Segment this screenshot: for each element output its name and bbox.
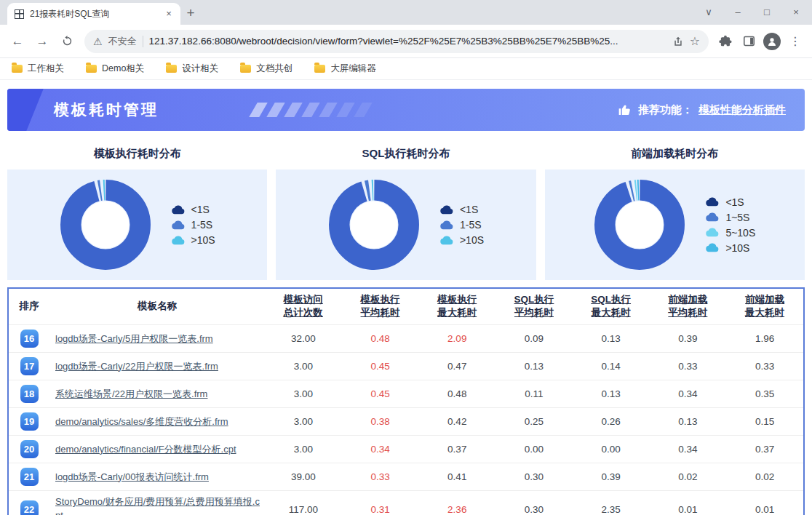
share-icon[interactable] <box>672 36 684 47</box>
new-tab-button[interactable]: + <box>180 4 201 24</box>
metric-cell: 0.39 <box>650 325 727 353</box>
table-row: 16logdb场景-Carly/5用户权限一览表.frm32.000.482.0… <box>9 325 803 353</box>
metric-cell: 0.01 <box>650 491 727 515</box>
cloud-icon <box>439 236 454 245</box>
metric-cell: 0.13 <box>495 353 573 380</box>
template-name-link[interactable]: 系统运维场景/22用户权限一览表.frm <box>55 388 207 399</box>
bookmark-label: 大屏编辑器 <box>330 63 376 75</box>
metric-cell: 0.02 <box>650 463 727 491</box>
metric-cell: 0.33 <box>650 353 727 380</box>
metric-cell: 0.02 <box>726 463 803 491</box>
column-header[interactable]: 模板执行 最大耗时 <box>418 289 495 325</box>
tab-search-chevron-icon[interactable]: ∨ <box>694 0 723 25</box>
template-name-link[interactable]: demo/analytics/financial/F分数模型分析.cpt <box>55 444 236 455</box>
template-name-link[interactable]: StoryDemo/财务应用/费用预算/总费用预算填报.cpt <box>55 496 260 515</box>
menu-kebab-icon[interactable]: ⋮ <box>784 31 806 52</box>
metric-cell: 0.41 <box>418 463 495 491</box>
bookmark-folder[interactable]: 设计相关 <box>166 63 218 75</box>
side-panel-icon[interactable] <box>738 31 760 52</box>
rank-cell: 20 <box>9 436 49 463</box>
legend-item[interactable]: >10S <box>170 234 215 246</box>
metric-cell: 0.26 <box>573 408 650 436</box>
tab-close-icon[interactable]: × <box>163 8 175 20</box>
reload-icon <box>61 35 73 47</box>
legend-item[interactable]: 5~10S <box>704 227 755 239</box>
column-header[interactable]: SQL执行 平均耗时 <box>495 289 573 325</box>
table-header-row: 排序模板名称模板访问 总计次数模板执行 平均耗时模板执行 最大耗时SQL执行 平… <box>9 289 803 325</box>
bookmark-star-icon[interactable]: ☆ <box>690 34 700 48</box>
security-warning-icon[interactable]: ⚠ <box>93 36 103 47</box>
legend-label: 1~5S <box>725 212 749 223</box>
bookmark-folder[interactable]: 大屏编辑器 <box>314 63 376 75</box>
promo-area: 推荐功能： 模板性能分析插件 <box>618 103 786 117</box>
table-row: 22StoryDemo/财务应用/费用预算/总费用预算填报.cpt117.000… <box>9 491 803 515</box>
address-bar[interactable]: ⚠ 不安全 121.37.182.66:8080/webroot/decisio… <box>84 30 709 53</box>
reload-button[interactable] <box>55 30 79 53</box>
tab-title: 21报表耗时SQL查询 <box>30 8 157 20</box>
table-row: 19demo/analytics/sales/多维度营收分析.frm3.000.… <box>9 408 803 436</box>
template-name-link[interactable]: logdb场景-Carly/5用户权限一览表.frm <box>55 333 213 344</box>
metric-cell: 39.00 <box>265 463 342 491</box>
template-name-link[interactable]: demo/analytics/sales/多维度营收分析.frm <box>55 416 228 427</box>
cloud-icon <box>439 205 454 215</box>
metric-cell: 0.48 <box>342 325 419 353</box>
donut-chart: <1S1~5S5~10S>10S <box>545 169 805 280</box>
omnibox-divider <box>143 36 143 47</box>
column-header[interactable]: SQL执行 最大耗时 <box>573 289 650 325</box>
forward-button[interactable]: → <box>31 30 54 53</box>
charts-row: 模板执行耗时分布<1S1-5S>10SSQL执行耗时分布<1S1-5S>10S前… <box>0 137 812 280</box>
table-row: 20demo/analytics/financial/F分数模型分析.cpt3.… <box>9 436 803 463</box>
metric-cell: 0.38 <box>342 408 419 436</box>
template-table: 排序模板名称模板访问 总计次数模板执行 平均耗时模板执行 最大耗时SQL执行 平… <box>7 287 805 515</box>
rank-badge: 16 <box>20 330 39 348</box>
legend-item[interactable]: <1S <box>170 204 215 215</box>
security-label[interactable]: 不安全 <box>108 35 137 48</box>
extensions-puzzle-icon[interactable] <box>715 31 736 52</box>
maximize-button[interactable]: □ <box>752 0 781 25</box>
legend-item[interactable]: 1-5S <box>170 219 215 231</box>
template-name-cell: demo/analytics/financial/F分数模型分析.cpt <box>49 436 265 463</box>
url-text[interactable]: 121.37.182.66:8080/webroot/decision/view… <box>149 36 666 47</box>
table-body: 16logdb场景-Carly/5用户权限一览表.frm32.000.482.0… <box>9 325 803 515</box>
metric-cell: 0.30 <box>495 491 573 515</box>
thumbs-up-icon <box>618 103 632 117</box>
template-name-cell: logdb场景-Carly/5用户权限一览表.frm <box>49 325 265 353</box>
legend-label: >10S <box>725 242 749 254</box>
legend-item[interactable]: <1S <box>704 196 755 208</box>
browser-tab[interactable]: 21报表耗时SQL查询 × <box>7 3 180 25</box>
column-header[interactable]: 模板执行 平均耗时 <box>342 289 419 325</box>
template-name-link[interactable]: logdb场景-Carly/00报表访问统计.frm <box>55 471 209 482</box>
column-header[interactable]: 模板访问 总计次数 <box>265 289 342 325</box>
minimize-button[interactable]: – <box>723 0 752 25</box>
profile-avatar[interactable] <box>761 31 783 52</box>
chart-block: 模板执行耗时分布<1S1-5S>10S <box>7 137 267 280</box>
chart-title: 前端加载耗时分布 <box>545 147 805 161</box>
metric-cell: 0.42 <box>418 408 495 436</box>
metric-cell: 0.37 <box>726 436 803 463</box>
metric-cell: 0.13 <box>650 408 727 436</box>
rank-cell: 18 <box>9 380 49 408</box>
bookmark-folder[interactable]: 文档共创 <box>240 63 292 75</box>
column-header[interactable]: 前端加载 平均耗时 <box>650 289 727 325</box>
legend-item[interactable]: <1S <box>439 204 484 215</box>
bookmark-folder[interactable]: Demo相关 <box>86 63 144 75</box>
legend-item[interactable]: >10S <box>704 242 755 254</box>
cloud-icon <box>704 212 720 222</box>
metric-cell: 0.30 <box>495 463 573 491</box>
window-close-button[interactable]: × <box>781 0 811 25</box>
legend-item[interactable]: 1-5S <box>439 219 484 231</box>
window-controls: ∨ – □ × <box>694 0 811 25</box>
legend-item[interactable]: 1~5S <box>704 212 755 223</box>
legend-label: <1S <box>725 196 744 208</box>
template-name-link[interactable]: logdb场景-Carly/22用户权限一览表.frm <box>55 361 218 372</box>
metric-cell: 3.00 <box>265 436 342 463</box>
legend-item[interactable]: >10S <box>439 234 484 246</box>
column-header[interactable]: 前端加载 最大耗时 <box>726 289 803 325</box>
folder-icon <box>240 65 251 73</box>
donut-chart: <1S1-5S>10S <box>7 169 267 280</box>
legend-label: 1-5S <box>460 219 482 231</box>
promo-link[interactable]: 模板性能分析插件 <box>698 103 786 117</box>
tab-strip: 21报表耗时SQL查询 × + ∨ – □ × <box>0 0 812 25</box>
bookmark-folder[interactable]: 工作相关 <box>12 63 64 75</box>
back-button[interactable]: ← <box>6 30 29 53</box>
